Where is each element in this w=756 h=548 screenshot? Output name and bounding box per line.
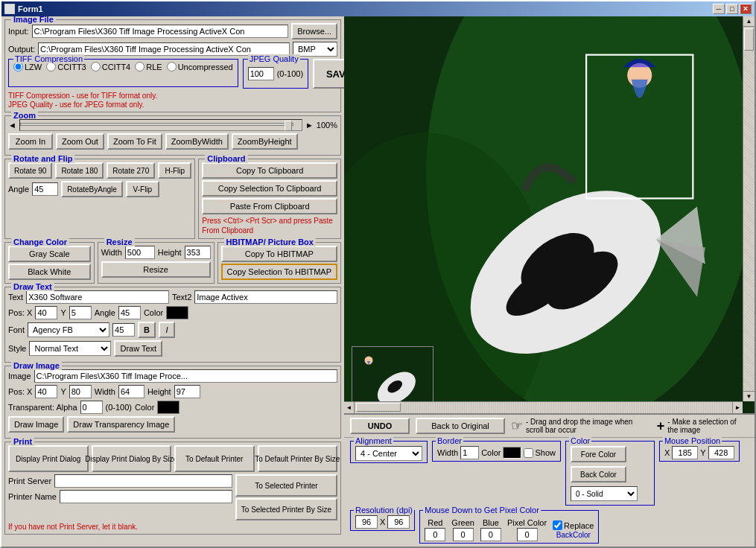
- zoom-slider[interactable]: [19, 119, 302, 131]
- pixel-value: 0: [517, 528, 538, 541]
- input-path[interactable]: [32, 25, 289, 38]
- print-server-input[interactable]: [54, 474, 232, 488]
- style-select[interactable]: Normal Text: [29, 341, 111, 356]
- gray-scale-button[interactable]: Gray Scale: [8, 246, 91, 262]
- undo-button[interactable]: UNDO: [350, 418, 410, 434]
- di-pos-x-input[interactable]: [35, 385, 57, 398]
- border-width-input[interactable]: [460, 446, 479, 459]
- default-printer-by-size-button[interactable]: To Default Printer By Size: [258, 445, 338, 472]
- printer-name-input[interactable]: [60, 490, 232, 503]
- ccitt4-radio[interactable]: CCITT4: [91, 62, 131, 71]
- scroll-thumb-v[interactable]: [744, 28, 754, 51]
- text-color-swatch[interactable]: [166, 306, 188, 319]
- print-server-label: Print Server: [8, 477, 51, 485]
- image-file-title: Image File: [11, 16, 56, 24]
- pos-y-label: Y: [60, 308, 66, 317]
- drag-icon: ☞: [511, 418, 523, 434]
- copy-to-clipboard-button[interactable]: Copy To Clipboard: [202, 162, 337, 179]
- font-select[interactable]: Agency FB: [28, 322, 109, 337]
- paste-from-clipboard-button[interactable]: Paste From Clipboard: [202, 198, 337, 214]
- vflip-button[interactable]: V-Flip: [126, 181, 159, 197]
- zoom-to-fit-button[interactable]: Zoom To Fit: [107, 133, 162, 150]
- replace-col: Replace BackColor: [553, 520, 594, 539]
- border-show-checkbox[interactable]: Show: [524, 448, 556, 458]
- scroll-down-button[interactable]: ▼: [743, 391, 755, 401]
- jpeg-quality-input[interactable]: [248, 67, 274, 80]
- image-path-input[interactable]: [34, 369, 337, 383]
- draw-text-button[interactable]: Draw Text: [114, 340, 162, 357]
- uncompressed-radio[interactable]: Uncompressed: [167, 62, 233, 71]
- bold-button[interactable]: B: [138, 322, 156, 338]
- draw-image-button[interactable]: Draw Image: [8, 416, 64, 433]
- mouse-position-group: Mouse Position X 185 Y 428: [659, 441, 740, 462]
- zoom-buttons-row: Zoom In Zoom Out Zoom To Fit ZoomByWidth…: [8, 133, 337, 150]
- border-color-swatch[interactable]: [503, 447, 521, 459]
- minimize-button[interactable]: ─: [713, 4, 725, 14]
- copy-selection-button[interactable]: Copy Selection To Clipboard: [202, 180, 337, 197]
- back-style-select[interactable]: 0 - Solid: [571, 486, 638, 501]
- print-server-row: Print Server: [8, 474, 232, 488]
- rotate90-button[interactable]: Rotate 90: [8, 162, 52, 179]
- zoom-percent: 100%: [317, 121, 337, 130]
- scroll-left-button[interactable]: ◄: [344, 402, 355, 413]
- copy-selection-hbitmap-button[interactable]: Copy Selection To HBITMAP: [221, 264, 337, 280]
- rotate-by-angle-button[interactable]: RotateByAngle: [61, 181, 123, 197]
- resize-button[interactable]: Resize: [101, 261, 211, 278]
- italic-button[interactable]: I: [159, 322, 175, 338]
- text2-input[interactable]: [194, 290, 337, 304]
- font-size-input[interactable]: [112, 323, 135, 337]
- back-color-button[interactable]: Back Color: [571, 466, 626, 482]
- display-dialog-by-size-button[interactable]: Display Print Dialog By Size: [92, 445, 172, 472]
- height-input[interactable]: [185, 246, 211, 259]
- alpha-input[interactable]: [80, 401, 103, 414]
- scrollbar-vertical[interactable]: ▲ ▼: [743, 16, 755, 401]
- maximize-button[interactable]: □: [726, 4, 738, 14]
- scroll-thumb-h[interactable]: [356, 403, 401, 412]
- blue-label: Blue: [483, 518, 499, 527]
- save-button[interactable]: SAVE: [313, 59, 344, 89]
- selected-printer-button[interactable]: To Selected Printer: [235, 474, 337, 497]
- rle-radio[interactable]: RLE: [135, 62, 162, 71]
- scroll-up-button[interactable]: ▲: [743, 16, 755, 27]
- rotate180-button[interactable]: Rotate 180: [55, 162, 104, 179]
- mouse-y-value: 428: [708, 446, 734, 459]
- alignment-select[interactable]: 4 - Center: [355, 446, 422, 461]
- text-input[interactable]: [26, 290, 169, 304]
- di-pos-y-input[interactable]: [69, 385, 92, 398]
- scrollbar-horizontal[interactable]: ◄ ►: [344, 401, 743, 413]
- zoom-in-button[interactable]: Zoom In: [8, 133, 53, 150]
- pos-y-input[interactable]: [69, 306, 92, 319]
- angle-input[interactable]: [32, 182, 58, 196]
- alignment-title: Alignment: [354, 436, 393, 445]
- resize-title: Resize: [104, 238, 135, 246]
- plus-icon: +: [657, 418, 665, 434]
- zoom-out-button[interactable]: Zoom Out: [56, 133, 104, 150]
- black-white-button[interactable]: Black White: [8, 264, 91, 280]
- scroll-right-button[interactable]: ►: [732, 402, 743, 413]
- default-printer-button[interactable]: To Default Printer: [174, 445, 255, 472]
- scroll-track-h: [355, 402, 732, 413]
- draw-transparency-button[interactable]: Draw Transparency Image: [67, 416, 175, 433]
- width-label: Width: [101, 248, 122, 257]
- replace-checkbox[interactable]: Replace: [553, 520, 594, 530]
- pos-x-input[interactable]: [35, 306, 57, 319]
- di-color-swatch[interactable]: [157, 401, 180, 414]
- hbitmap-group: HBITMAP/ Picture Box Copy To HBITMAP Cop…: [217, 242, 341, 284]
- width-input[interactable]: [125, 246, 155, 259]
- fore-color-button[interactable]: Fore Color: [571, 446, 626, 462]
- di-height-input[interactable]: [174, 385, 200, 398]
- text-angle-input[interactable]: [118, 306, 141, 319]
- back-to-original-button[interactable]: Back to Original: [416, 418, 505, 434]
- zoom-by-width-button[interactable]: ZoomByWidth: [165, 133, 229, 150]
- mouse-x-value: 185: [672, 446, 698, 459]
- hflip-button[interactable]: H-Flip: [158, 162, 191, 179]
- di-width-input[interactable]: [118, 385, 144, 398]
- zoom-by-height-button[interactable]: ZoomByHeight: [232, 133, 298, 150]
- close-button[interactable]: ✕: [740, 4, 752, 14]
- rotate270-button[interactable]: Rotate 270: [107, 162, 155, 179]
- browse-button[interactable]: Browse...: [291, 23, 337, 39]
- copy-to-hbitmap-button[interactable]: Copy To HBITMAP: [221, 246, 337, 262]
- mouse-position-controls: X 185 Y 428: [664, 446, 734, 459]
- display-dialog-button[interactable]: Display Print Dialog: [8, 445, 89, 472]
- selected-printer-by-size-button[interactable]: To Selected Printer By Size: [235, 498, 337, 520]
